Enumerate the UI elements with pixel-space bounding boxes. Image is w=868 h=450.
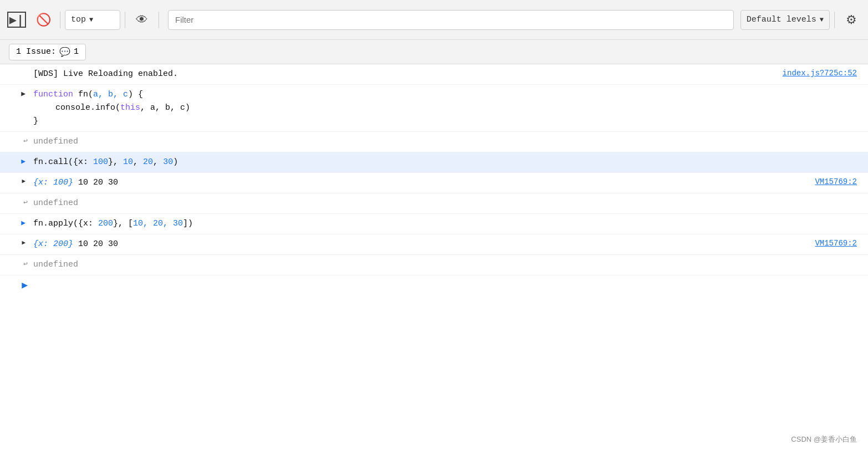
fn-open: ) { <box>128 90 143 99</box>
row-content: [WDS] Live Reloading enabled. <box>33 68 783 81</box>
row-content: {x: 200} 10 20 30 <box>33 238 815 251</box>
row-gutter: ↩ <box>0 258 33 268</box>
table-row: ▶ fn.call({x: 100}, 10, 20, 30) <box>0 152 868 173</box>
expand-icon[interactable]: ▶ <box>21 89 25 98</box>
fn-close: } <box>33 116 38 126</box>
settings-icon: ⚙ <box>846 13 857 27</box>
row-content: fn.apply({x: 200}, [10, 20, 30]) <box>33 217 857 231</box>
table-row: ↩ undefined <box>0 255 868 275</box>
issues-count: 1 <box>74 47 79 57</box>
table-row: ▶ <box>0 275 868 299</box>
row-source <box>857 197 868 198</box>
toolbar-divider-1 <box>60 12 60 28</box>
table-row: ↩ undefined <box>0 132 868 152</box>
fn-apply-text: fn.apply({x: 200}, [10, 20, 30]) <box>33 219 193 228</box>
toolbar-divider-2 <box>125 12 125 28</box>
issues-message-icon: 💬 <box>59 47 70 58</box>
fn-apply-result: {x: 200} <box>33 239 73 249</box>
eye-icon: 👁 <box>136 13 148 27</box>
return-icon: ↩ <box>23 136 28 145</box>
no-entry-icon: 🚫 <box>36 13 51 27</box>
watermark: CSDN @姜香小白鱼 <box>791 434 857 444</box>
row-source[interactable]: index.js?725c:52 <box>783 68 868 78</box>
triangle-icon[interactable]: ▶ <box>22 177 25 185</box>
row-source <box>857 88 868 89</box>
chevron-down-icon: ▼ <box>89 16 93 24</box>
issues-badge[interactable]: 1 Issue: 💬 1 <box>9 44 86 60</box>
fn-call-args: 10 20 30 <box>73 178 118 187</box>
console-prompt: ▶ <box>0 279 33 291</box>
fn-call-result: {x: 100} <box>33 178 73 187</box>
fn-name: fn( <box>78 90 93 99</box>
issues-label: 1 Issue: <box>16 47 56 57</box>
row-gutter: ▶ <box>0 156 33 166</box>
row-gutter: ↩ <box>0 197 33 207</box>
filter-input[interactable] <box>168 10 734 30</box>
table-row: ▶ {x: 100} 10 20 30 VM15769:2 <box>0 173 868 193</box>
expand-icon[interactable]: ▶ <box>21 218 25 227</box>
levels-chevron-icon: ▼ <box>820 16 824 24</box>
row-source-vm1[interactable]: VM15769:2 <box>815 176 868 186</box>
context-label: top <box>71 15 86 24</box>
levels-selector[interactable]: Default levels ▼ <box>741 10 830 30</box>
console-output: [WDS] Live Reloading enabled. index.js?7… <box>0 64 868 450</box>
run-button[interactable]: ▶| <box>4 8 29 32</box>
fn-params: a, b, c <box>93 90 128 99</box>
row-gutter <box>0 68 33 69</box>
toolbar-divider-3 <box>159 12 159 28</box>
run-icon: ▶| <box>7 12 27 28</box>
table-row: ▶ fn.apply({x: 200}, [10, 20, 30]) <box>0 214 868 234</box>
row-source <box>857 156 868 157</box>
row-content: function fn(a, b, c) { console.info(this… <box>33 88 857 128</box>
fn-keyword: function <box>33 90 78 99</box>
table-row: ▶ function fn(a, b, c) { console.info(th… <box>0 85 868 132</box>
table-row: ↩ undefined <box>0 193 868 214</box>
row-content: undefined <box>33 135 857 149</box>
context-selector[interactable]: top ▼ <box>65 10 120 30</box>
row-content: undefined <box>33 258 857 272</box>
settings-button[interactable]: ⚙ <box>839 8 864 32</box>
row-source <box>857 258 868 259</box>
devtools-toolbar: ▶| 🚫 top ▼ 👁 Default levels ▼ ⚙ <box>0 0 868 40</box>
wds-message: [WDS] Live Reloading enabled. <box>33 69 178 79</box>
row-gutter: ▶ <box>0 217 33 227</box>
prompt-icon: ▶ <box>22 279 28 291</box>
fn-apply-args: 10 20 30 <box>73 239 118 249</box>
triangle-icon[interactable]: ▶ <box>22 239 25 246</box>
undefined-value-3: undefined <box>33 260 78 269</box>
table-row: ▶ {x: 200} 10 20 30 VM15769:2 <box>0 234 868 255</box>
row-source <box>857 217 868 218</box>
row-gutter: ▶ <box>0 176 33 185</box>
row-content: fn.call({x: 100}, 10, 20, 30) <box>33 156 857 169</box>
row-gutter: ↩ <box>0 135 33 145</box>
undefined-value-2: undefined <box>33 198 78 208</box>
return-icon: ↩ <box>23 259 28 268</box>
row-gutter: ▶ <box>0 88 33 98</box>
row-source <box>857 135 868 136</box>
expand-icon[interactable]: ▶ <box>21 157 25 166</box>
fn-body: console.info(this, a, b, c) <box>33 101 190 115</box>
row-content[interactable] <box>33 279 857 295</box>
row-gutter: ▶ <box>0 238 33 246</box>
return-icon: ↩ <box>23 198 28 207</box>
row-source <box>857 279 868 280</box>
clear-button[interactable]: 🚫 <box>31 8 55 32</box>
row-content: {x: 100} 10 20 30 <box>33 176 815 190</box>
issues-bar: 1 Issue: 💬 1 <box>0 40 868 64</box>
undefined-value-1: undefined <box>33 137 78 146</box>
row-content: undefined <box>33 197 857 210</box>
levels-label: Default levels <box>747 15 816 24</box>
eye-button[interactable]: 👁 <box>130 8 154 32</box>
table-row: [WDS] Live Reloading enabled. index.js?7… <box>0 64 868 85</box>
toolbar-divider-4 <box>834 12 835 28</box>
row-source-vm2[interactable]: VM15769:2 <box>815 238 868 248</box>
fn-call-text: fn.call({x: 100}, 10, 20, 30) <box>33 157 178 167</box>
